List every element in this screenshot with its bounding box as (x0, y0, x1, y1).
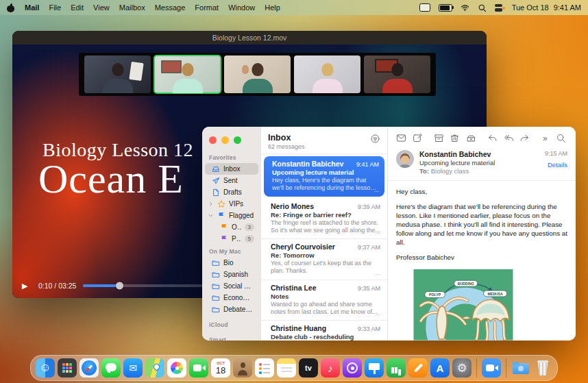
sidebar-item-purple-flag[interactable]: Purple 5 (205, 233, 258, 245)
paper-plane-icon (212, 177, 220, 185)
more-toolbar-button[interactable]: » (537, 134, 552, 143)
body-paragraph: Here's the diagram that we'll be referen… (396, 203, 567, 247)
message-row[interactable]: Nerio Mones9:39 AM Re: Fringe or barrier… (261, 199, 387, 240)
play-button[interactable]: ▶ (22, 282, 32, 291)
participant-thumbnail (364, 55, 430, 93)
sidebar-section-icloud[interactable]: iCloud (202, 318, 261, 330)
delete-button[interactable] (447, 133, 463, 143)
dock-finder[interactable]: ☺ (36, 358, 55, 378)
forward-button[interactable] (517, 133, 532, 143)
sidebar-item-flagged[interactable]: Flagged (205, 210, 258, 221)
search-icon (556, 133, 566, 143)
menu-format[interactable]: Format (195, 3, 219, 12)
dock-trash[interactable] (533, 358, 552, 378)
sidebar-item-orange-flag[interactable]: Orange 3 (205, 221, 258, 233)
reply-all-button[interactable] (500, 133, 516, 143)
sidebar-item-drafts[interactable]: Drafts (205, 186, 258, 198)
dock-system-settings[interactable]: ⚙ (452, 358, 471, 378)
sidebar-item-economics[interactable]: Economics (205, 292, 258, 304)
envelope-icon (396, 133, 406, 143)
video-progress-fill (83, 284, 119, 287)
dock-facetime[interactable] (189, 358, 208, 378)
participant-avatar (182, 63, 193, 76)
dock-zoom[interactable] (482, 358, 501, 378)
menu-extra-icon[interactable] (495, 4, 504, 12)
dock-calendar[interactable]: OCT18 (211, 358, 230, 378)
apple-menu-icon[interactable] (7, 3, 15, 12)
dock-podcasts[interactable] (343, 358, 362, 378)
dock-notes[interactable] (277, 358, 296, 378)
message-row[interactable]: Christine Huang9:33 AM Debate club - res… (261, 321, 387, 341)
sidebar-item-debate-club[interactable]: Debate Club (205, 304, 258, 315)
reply-button[interactable] (485, 133, 500, 143)
sidebar-section-smart-mailboxes[interactable]: Smart Mailboxes (202, 333, 261, 341)
dock-launchpad[interactable] (58, 358, 77, 378)
dock-photos[interactable] (167, 358, 186, 378)
sidebar-item-vips[interactable]: VIPs (205, 198, 258, 210)
get-mail-button[interactable] (393, 133, 409, 143)
junk-button[interactable] (463, 133, 479, 143)
reply-all-icon (504, 133, 514, 143)
archive-button[interactable] (431, 133, 447, 143)
video-window-titlebar[interactable]: Biology Lesson 12.mov (12, 31, 487, 45)
participant-thumbnail-active (154, 55, 221, 93)
search-button[interactable] (553, 133, 569, 143)
participant-thumbnail (84, 55, 151, 93)
menu-window[interactable]: Window (228, 3, 255, 12)
compose-button[interactable] (409, 133, 425, 143)
video-progress-knob[interactable] (116, 282, 123, 290)
wifi-icon[interactable] (461, 3, 469, 12)
menu-mailbox[interactable]: Mailbox (119, 3, 145, 12)
spotlight-search-icon[interactable] (478, 3, 487, 12)
message-body: Hey class, Here's the diagram that we'll… (388, 181, 576, 268)
dock-messages[interactable] (101, 358, 121, 378)
recipient-line: To: Biology class (419, 167, 539, 175)
dock-maps[interactable] (145, 358, 164, 378)
sender-name: Konstantin Babichev (419, 150, 539, 158)
sidebar-item-inbox[interactable]: Inbox (205, 163, 258, 175)
sidebar-item-spanish[interactable]: Spanish (205, 269, 258, 280)
menu-edit[interactable]: Edit (71, 3, 84, 12)
dock-pages[interactable] (408, 358, 428, 378)
filter-icon[interactable] (370, 134, 380, 144)
chevron-right-icon[interactable] (208, 201, 214, 207)
active-app-menu[interactable]: Mail (25, 3, 39, 12)
menu-help[interactable]: Help (265, 3, 280, 12)
dock-contacts[interactable] (233, 358, 252, 378)
menu-message[interactable]: Message (155, 3, 186, 12)
message-time: 9:15 AM (545, 150, 567, 157)
sidebar-item-sent[interactable]: Sent (205, 175, 258, 186)
dock-app-store[interactable]: A (430, 358, 450, 378)
body-greeting: Hey class, (396, 188, 567, 197)
chevron-down-icon[interactable] (208, 212, 214, 219)
dock-numbers[interactable] (387, 358, 406, 378)
trash-icon (450, 133, 460, 143)
sidebar-item-bio[interactable]: Bio (205, 257, 258, 269)
dock-music[interactable]: ♪ (321, 358, 340, 378)
folder-icon (212, 294, 220, 302)
menu-time: 9:41 AM (554, 3, 581, 12)
screen-mirroring-icon[interactable] (419, 3, 430, 12)
dock-keynote[interactable] (365, 358, 384, 378)
inbox-tray-icon (212, 165, 220, 173)
message-row-selected[interactable]: Konstantin Babichev9:41 AM Upcoming lect… (264, 156, 384, 197)
download-arrow-icon (518, 366, 524, 371)
close-button[interactable] (209, 136, 217, 144)
dock-downloads-folder[interactable] (511, 358, 530, 378)
dock-apple-tv[interactable]: tv (299, 358, 318, 378)
menu-bar-clock[interactable]: Tue Oct 18 9:41 AM (512, 3, 581, 12)
participant-avatar (252, 63, 263, 76)
truncation-ellipsis: ... (375, 310, 380, 317)
menu-file[interactable]: File (49, 3, 61, 12)
dock-safari[interactable] (79, 358, 99, 378)
sidebar-item-social-studies[interactable]: Social Studies (205, 280, 258, 292)
message-row[interactable]: Cheryl Courvoisier9:37 AM Re: Tomorrow Y… (261, 239, 387, 280)
dock-mail[interactable]: ✉ (123, 358, 143, 378)
battery-icon[interactable] (439, 4, 452, 12)
details-link[interactable]: Details (545, 161, 567, 169)
dock-reminders[interactable] (255, 358, 274, 378)
minimize-button[interactable] (221, 136, 229, 144)
message-row[interactable]: Christina Lee9:35 AM Notes Wanted to go … (261, 280, 387, 321)
menu-view[interactable]: View (93, 3, 110, 12)
zoom-button[interactable] (234, 136, 241, 144)
